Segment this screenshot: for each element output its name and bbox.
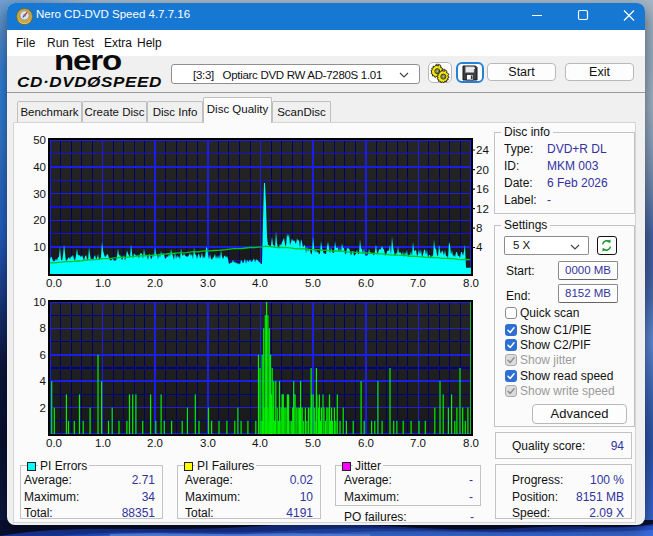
svg-text:6.0: 6.0 <box>358 277 374 289</box>
svg-text:2: 2 <box>40 402 46 414</box>
svg-text:10: 10 <box>33 241 46 253</box>
svg-text:10: 10 <box>33 296 46 308</box>
svg-text:0.0: 0.0 <box>46 437 62 449</box>
svg-text:4.0: 4.0 <box>252 277 268 289</box>
svg-text:5.0: 5.0 <box>305 437 321 449</box>
svg-text:40: 40 <box>33 161 46 173</box>
svg-text:4.0: 4.0 <box>252 437 268 449</box>
svg-text:20: 20 <box>33 214 46 226</box>
svg-text:24: 24 <box>476 144 489 156</box>
svg-text:6.0: 6.0 <box>358 437 374 449</box>
svg-text:3.0: 3.0 <box>200 277 216 289</box>
svg-text:8.0: 8.0 <box>463 277 479 289</box>
svg-text:2.0: 2.0 <box>147 277 163 289</box>
svg-text:1.0: 1.0 <box>95 437 111 449</box>
svg-text:7.0: 7.0 <box>410 277 426 289</box>
svg-text:1.0: 1.0 <box>95 277 111 289</box>
svg-text:16: 16 <box>476 183 489 195</box>
svg-text:2.0: 2.0 <box>147 437 163 449</box>
svg-text:3.0: 3.0 <box>200 437 216 449</box>
svg-text:12: 12 <box>476 203 489 215</box>
svg-text:8: 8 <box>40 322 46 334</box>
svg-text:8.0: 8.0 <box>463 437 479 449</box>
svg-text:50: 50 <box>33 134 46 146</box>
svg-text:4: 4 <box>40 375 47 387</box>
svg-text:0.0: 0.0 <box>46 277 62 289</box>
svg-text:20: 20 <box>476 164 489 176</box>
svg-text:8: 8 <box>476 222 482 234</box>
svg-text:30: 30 <box>33 188 46 200</box>
svg-text:4: 4 <box>476 241 483 253</box>
svg-text:6: 6 <box>40 349 46 361</box>
svg-text:5.0: 5.0 <box>305 277 321 289</box>
svg-text:7.0: 7.0 <box>410 437 426 449</box>
